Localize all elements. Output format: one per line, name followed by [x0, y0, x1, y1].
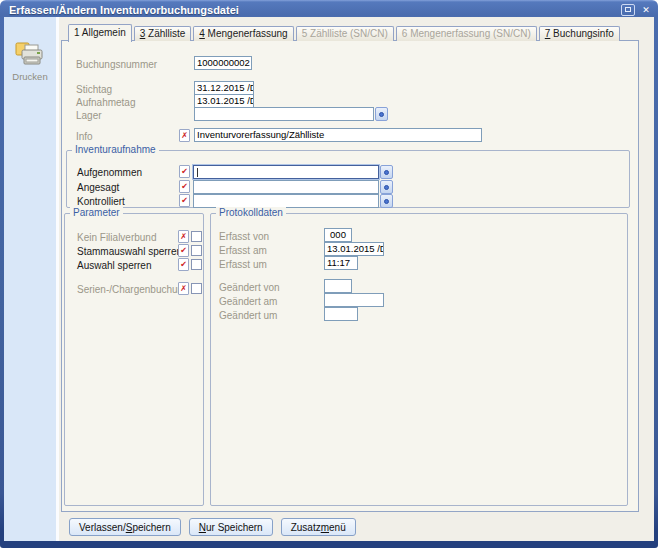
aufgenommen-combo — [193, 165, 393, 179]
restore-button[interactable] — [621, 4, 635, 16]
erfasst-um-label: Erfasst um — [219, 259, 267, 270]
kontrolliert-label: Kontrolliert — [77, 196, 125, 207]
kein-filialverbund-checkbox — [191, 231, 202, 242]
kontrolliert-red-check-icon[interactable]: ✔ — [179, 194, 190, 207]
geaendert-am-field — [324, 293, 384, 307]
serien-chargenbuchung-red-x-icon: ✗ — [178, 282, 189, 295]
tab-buchungsinfo[interactable]: 7 Buchungsinfo — [539, 26, 620, 41]
title-bar: Erfassen/Ändern Inventurvorbuchungsdatei… — [4, 2, 654, 17]
stammauswahl-sperren-checkbox[interactable] — [191, 245, 202, 256]
protokolldaten-group-title: Protokolldaten — [216, 207, 286, 218]
tab-allgemein[interactable]: 1 Allgemein — [68, 24, 132, 42]
aufnahmetag-label: Aufnahmetag — [76, 97, 136, 108]
angesagt-field[interactable] — [193, 180, 379, 194]
kontrolliert-field[interactable] — [193, 194, 379, 208]
stichtag-label: Stichtag — [76, 84, 112, 95]
aufnahmetag-field[interactable]: 13.01.2015 /Di — [194, 94, 254, 108]
tab-strip: 1 Allgemein 3 Zählliste 4 Mengenerfassun… — [68, 23, 622, 41]
tab-mengenerfassung-sncn: 6 Mengenerfassung (SN/CN) — [396, 26, 537, 41]
lager-lookup-button[interactable] — [375, 107, 388, 121]
geaendert-am-label: Geändert am — [219, 296, 277, 307]
lookup-icon — [384, 199, 389, 204]
geaendert-von-label: Geändert von — [219, 282, 280, 293]
app-window: Erfassen/Ändern Inventurvorbuchungsdatei… — [0, 0, 658, 548]
drucken-label: Drucken — [12, 71, 47, 82]
angesagt-combo — [193, 180, 393, 194]
zusatzmenue-button[interactable]: Zusatzmenü — [281, 518, 356, 536]
inventuraufnahme-group-title: Inventuraufnahme — [72, 144, 159, 155]
verlassen-speichern-button[interactable]: Verlassen/Speichern — [69, 518, 181, 536]
lookup-icon — [384, 170, 389, 175]
erfasst-von-label: Erfasst von — [219, 231, 269, 242]
window-client-area: Drucken 1 Allgemein 3 Zählliste 4 Mengen… — [4, 17, 654, 541]
kein-filialverbund-red-x-icon: ✗ — [178, 230, 189, 243]
tab-zaehlliste[interactable]: 3 Zählliste — [134, 26, 192, 41]
erfasst-am-label: Erfasst am — [219, 245, 267, 256]
erfasst-von-field: 000 — [324, 228, 352, 242]
erfasst-um-field: 11:17 — [324, 256, 358, 270]
tab-page-allgemein: Buchungsnummer 1000000002 Stichtag 31.12… — [61, 40, 639, 512]
protokolldaten-group: Protokolldaten Erfasst von 000 Erfasst a… — [210, 213, 628, 506]
inventuraufnahme-group: Inventuraufnahme Aufgenommen ✔ Angesagt … — [66, 150, 630, 208]
aufgenommen-field[interactable] — [193, 165, 379, 179]
serien-chargenbuchung-checkbox — [191, 283, 202, 294]
lager-label: Lager — [76, 110, 102, 121]
info-label: Info — [76, 131, 93, 142]
restore-icon — [625, 7, 631, 12]
lookup-icon — [384, 185, 389, 190]
text-caret — [197, 168, 198, 177]
kontrolliert-combo — [193, 194, 393, 208]
parameter-group-title: Parameter — [70, 207, 123, 218]
kein-filialverbund-label: Kein Filialverbund — [77, 232, 157, 243]
angesagt-lookup-button[interactable] — [380, 180, 393, 194]
buchungsnummer-label: Buchungsnummer — [76, 59, 157, 70]
aufgenommen-red-check-icon[interactable]: ✔ — [179, 165, 190, 178]
tab-mengenerfassung[interactable]: 4 Mengenerfassung — [193, 26, 293, 41]
angesagt-label: Angesagt — [77, 182, 119, 193]
dialog-content: 1 Allgemein 3 Zählliste 4 Mengenerfassun… — [59, 17, 654, 541]
tab-zaehlliste-sncn: 5 Zählliste (SN/CN) — [296, 26, 394, 41]
auswahl-sperren-red-check-icon[interactable]: ✔ — [178, 258, 189, 271]
lager-field[interactable] — [194, 107, 374, 121]
serien-chargenbuchung-label: Serien-/Chargenbuchung — [77, 284, 189, 295]
info-red-x-icon[interactable]: ✗ — [179, 129, 190, 142]
stichtag-field[interactable]: 31.12.2015 /Do — [194, 81, 254, 95]
printer-icon — [14, 42, 46, 68]
aufgenommen-lookup-button[interactable] — [380, 165, 393, 179]
window-title: Erfassen/Ändern Inventurvorbuchungsdatei — [4, 4, 621, 16]
kontrolliert-lookup-button[interactable] — [380, 194, 393, 208]
buchungsnummer-field[interactable]: 1000000002 — [194, 56, 252, 70]
nur-speichern-button[interactable]: Nur Speichern — [189, 518, 273, 536]
close-button[interactable]: ✕ — [640, 4, 652, 16]
stammauswahl-sperren-label: Stammauswahl sperren — [77, 246, 182, 257]
angesagt-red-check-icon[interactable]: ✔ — [179, 180, 190, 193]
bottom-button-row: Verlassen/Speichern Nur Speichern Zusatz… — [69, 518, 364, 536]
auswahl-sperren-checkbox[interactable] — [191, 259, 202, 270]
toolbar-sidebar: Drucken — [4, 17, 59, 541]
aufgenommen-label: Aufgenommen — [77, 167, 142, 178]
lager-combo — [194, 107, 388, 121]
erfasst-am-field: 13.01.2015 /Di — [324, 242, 384, 256]
geaendert-von-field — [324, 279, 352, 293]
close-icon: ✕ — [642, 5, 650, 15]
lookup-icon — [379, 112, 384, 117]
drucken-button[interactable]: Drucken — [12, 42, 47, 82]
info-field[interactable]: Inventurvorerfassung/Zählliste — [194, 128, 482, 142]
auswahl-sperren-label: Auswahl sperren — [77, 260, 151, 271]
geaendert-um-field — [324, 307, 358, 321]
stammauswahl-sperren-red-check-icon[interactable]: ✔ — [178, 244, 189, 257]
geaendert-um-label: Geändert um — [219, 310, 277, 321]
parameter-group: Parameter Kein Filialverbund ✗ Stammausw… — [64, 213, 204, 506]
